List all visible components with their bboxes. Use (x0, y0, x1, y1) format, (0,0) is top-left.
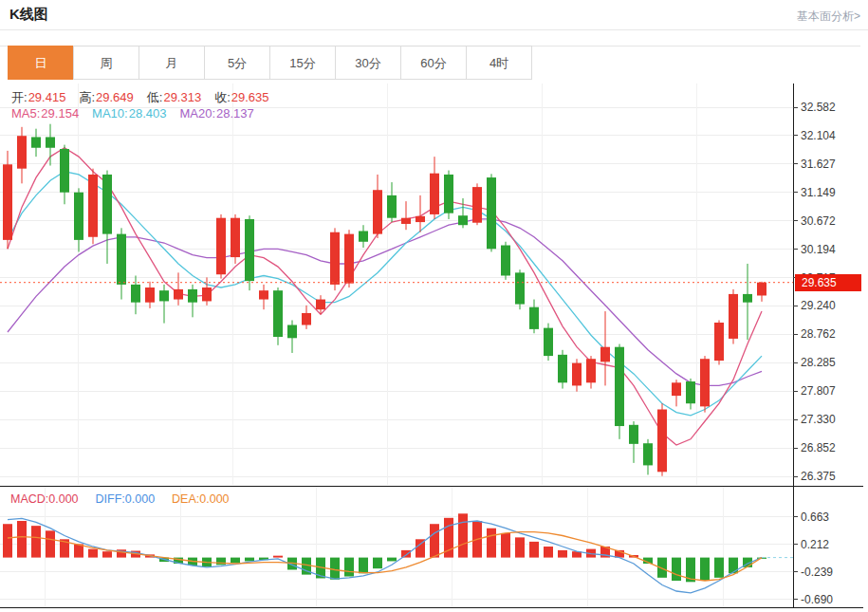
macd-indicator: DEA:0.000 (172, 492, 229, 506)
price-axis-label: 28.762 (801, 327, 836, 341)
candle-body (615, 347, 624, 426)
candle-body (316, 300, 325, 310)
macd-bar (102, 551, 112, 557)
candle-body (572, 363, 582, 386)
candle-body (74, 193, 83, 240)
macd-bar (17, 521, 27, 558)
candle-body (188, 289, 197, 303)
candle-body (672, 382, 681, 396)
candle-body (259, 290, 268, 299)
ohlc-readout: 开:29.415高:29.649低:29.313收:29.635 (11, 89, 283, 106)
macd-bar (487, 529, 496, 558)
candle-body (117, 234, 126, 285)
candle-body (202, 287, 212, 301)
price-axis-label: 26.375 (801, 470, 836, 483)
candle-body (629, 425, 638, 444)
candle-body (430, 174, 439, 214)
candle-body (159, 290, 169, 301)
candle-body (287, 325, 297, 339)
macd-axis-label: -0.690 (801, 593, 833, 606)
readout-value: 28.403 (129, 106, 167, 121)
candle-body (359, 231, 368, 241)
macd-bar (359, 558, 368, 574)
readout-label: 收: (214, 90, 231, 104)
macd-indicator: DIFF:0.000 (96, 492, 156, 506)
candle-body (60, 149, 69, 193)
price-axis-label: 27.330 (801, 413, 836, 426)
readout-value: 29.415 (28, 90, 66, 104)
ma10-line (8, 172, 762, 416)
candle-body (515, 272, 525, 304)
candle-body (444, 175, 453, 213)
readout-value: 29.154 (41, 106, 79, 121)
price-axis-label: 30.194 (801, 243, 836, 256)
candle-body (330, 232, 340, 285)
macd-bar (529, 542, 539, 558)
readout-label: MA10: (92, 106, 128, 121)
candle-body (700, 359, 710, 406)
candle-body (714, 323, 724, 361)
ma-readout: MA5:29.154MA10:28.403MA20:28.137 (11, 106, 268, 121)
candle-body (544, 328, 553, 356)
candle-body (344, 234, 354, 284)
macd-bar (558, 550, 567, 558)
price-axis-label: 29.240 (801, 299, 836, 312)
candle-body (88, 175, 98, 237)
candle-body (558, 355, 567, 382)
macd-bar (458, 513, 468, 557)
macd-bar (88, 549, 98, 558)
price-axis-label: 31.627 (801, 158, 836, 171)
readout-label: MA5: (11, 106, 40, 121)
readout-label: 高: (79, 90, 95, 104)
candle-body (387, 195, 397, 218)
macd-axis-label: 0.212 (801, 538, 829, 551)
macd-bar (672, 558, 681, 581)
candle-body (458, 215, 468, 225)
candle-body (743, 294, 752, 303)
price-axis-label: 31.149 (801, 186, 836, 199)
readout-label: 开: (11, 90, 28, 104)
macd-bar (430, 524, 439, 557)
readout-value: 29.635 (231, 90, 269, 104)
macd-bar (245, 558, 254, 562)
kline-widget: K线图 基本面分析> 日周月5分15分30分60分4时 32.58232.104… (0, 0, 868, 612)
candle-body (273, 290, 283, 337)
macd-bar (501, 533, 510, 558)
readout-value: 29.313 (163, 90, 201, 104)
macd-bar (31, 526, 41, 557)
candle-body (174, 289, 183, 300)
macd-bar (46, 530, 55, 557)
candle-body (3, 164, 12, 240)
macd-bar (544, 547, 553, 558)
candle-body (245, 219, 254, 281)
macd-bar (373, 558, 382, 569)
candle-body (757, 283, 766, 296)
macd-bar (74, 544, 83, 557)
candle-body (686, 381, 695, 403)
candle-body (529, 307, 539, 329)
price-axis-label: 28.285 (801, 356, 836, 369)
macd-bar (515, 537, 525, 557)
candle-body (131, 285, 140, 303)
price-axis-label: 32.104 (801, 129, 836, 142)
readout-label: 低: (147, 90, 163, 104)
gridlines (0, 83, 793, 607)
candle-body (586, 359, 596, 382)
candle-body (302, 313, 311, 325)
macd-axis-label: 0.663 (801, 510, 829, 524)
last-price-badge: 29.635 (795, 274, 861, 291)
readout-label: MA20: (179, 106, 215, 121)
macd-bar (401, 550, 411, 558)
candle-body (102, 175, 112, 234)
candle-body (729, 294, 738, 339)
macd-bar (231, 558, 240, 564)
macd-bar (3, 524, 12, 557)
macd-bar (700, 558, 710, 581)
price-axis-label: 32.582 (801, 101, 836, 114)
candle-body (401, 218, 411, 224)
candle-body (487, 177, 496, 249)
candle-body (46, 137, 55, 147)
macd-bar (387, 558, 397, 562)
candle-body (17, 136, 27, 168)
macd-bar (344, 558, 354, 577)
